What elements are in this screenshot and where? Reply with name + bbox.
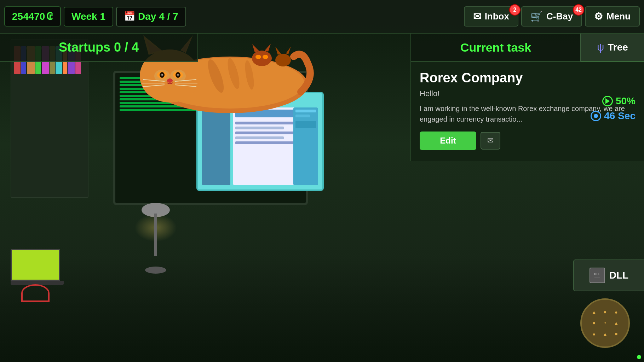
mail-button[interactable]: ✉ xyxy=(481,132,500,150)
svg-marker-26 xyxy=(252,44,259,52)
svg-point-14 xyxy=(161,74,163,76)
cart-icon: 🛒 xyxy=(530,11,543,22)
svg-marker-31 xyxy=(275,47,281,55)
button-circle-2: ● xyxy=(592,331,595,337)
gear-icon: ⚙ xyxy=(594,11,603,22)
currency-value: 254470 xyxy=(12,11,45,22)
day-label: Day 4 / 7 xyxy=(138,11,178,22)
inbox-button[interactable]: ✉ Inbox 2 xyxy=(464,6,518,27)
button-triangle-2: ▲ xyxy=(614,320,619,326)
inbox-label: Inbox xyxy=(485,11,509,22)
progress-stat: 50% xyxy=(602,95,636,107)
inbox-badge: 2 xyxy=(509,4,521,16)
svg-point-17 xyxy=(177,74,179,76)
gamepad: ▲ ■ ● ■ ✦ ▲ ● ▲ ■ xyxy=(580,298,630,348)
progress-icon xyxy=(602,96,613,106)
button-triangle-3: ▲ xyxy=(603,331,608,337)
tree-icon: ψ xyxy=(597,42,604,53)
calendar-icon: 📅 xyxy=(124,11,135,22)
day-display: 📅 Day 4 / 7 xyxy=(116,7,186,27)
dll-icon-text: DLL xyxy=(594,272,600,276)
progress-value: 50% xyxy=(616,95,636,107)
svg-marker-32 xyxy=(286,47,291,54)
tree-label: Tree xyxy=(608,42,628,53)
headphones xyxy=(21,284,50,302)
button-triangle: ▲ xyxy=(592,309,597,315)
button-center: ✦ xyxy=(604,321,606,325)
right-panel: Current task ψ Tree Rorex Company Hello!… xyxy=(410,34,644,161)
menu-label: Menu xyxy=(606,11,631,22)
week-display: Week 1 xyxy=(64,7,113,27)
mail-icon: ✉ xyxy=(487,136,494,145)
startups-panel: Startups 0 / 4 xyxy=(0,34,198,62)
desk-lamp xyxy=(142,203,170,274)
timer-icon xyxy=(591,111,601,121)
tree-header[interactable]: ψ Tree xyxy=(580,34,644,62)
task-stats: 50% 46 Sec xyxy=(591,95,636,122)
task-card: Rorex Company Hello! I am working in the… xyxy=(410,62,644,161)
task-tree-header: Current task ψ Tree xyxy=(410,34,644,62)
svg-point-28 xyxy=(255,55,261,59)
timer-stat: 46 Sec xyxy=(591,110,636,122)
bookshelf xyxy=(11,39,88,198)
menu-button[interactable]: ⚙ Menu xyxy=(585,6,640,27)
week-label: Week 1 xyxy=(71,11,105,22)
gamepad-buttons: ▲ ■ ● ■ ✦ ▲ ● ▲ ■ xyxy=(589,307,621,339)
svg-point-30 xyxy=(275,54,291,66)
currency-display: 254470 ₢ xyxy=(4,6,61,27)
task-actions: Edit ✉ xyxy=(420,132,636,150)
button-square: ■ xyxy=(604,310,606,315)
envelope-icon: ✉ xyxy=(473,11,481,22)
company-name: Rorex Company xyxy=(420,70,636,86)
button-square-2: ■ xyxy=(593,321,595,326)
button-square-3: ■ xyxy=(615,332,617,337)
cbay-label: C-Bay xyxy=(546,11,573,22)
svg-point-29 xyxy=(263,55,268,59)
startups-title: Startups 0 / 4 xyxy=(59,40,139,55)
dll-icon: DLL ▬▬ xyxy=(590,268,605,283)
current-task-header: Current task xyxy=(410,34,580,62)
depth-overlay xyxy=(0,256,644,362)
cbay-button[interactable]: 🛒 C-Bay 42 xyxy=(521,6,582,27)
svg-point-18 xyxy=(167,78,173,83)
edit-button[interactable]: Edit xyxy=(420,132,476,150)
status-dot xyxy=(637,355,641,359)
top-bar: 254470 ₢ Week 1 📅 Day 4 / 7 ✉ Inbox 2 🛒 … xyxy=(0,0,644,34)
currency-icon: ₢ xyxy=(46,11,53,22)
svg-point-25 xyxy=(252,51,272,66)
cbay-badge: 42 xyxy=(573,4,584,16)
timer-value: 46 Sec xyxy=(604,110,636,122)
button-circle: ● xyxy=(615,309,617,315)
dll-button[interactable]: DLL ▬▬ DLL xyxy=(573,259,644,291)
svg-marker-27 xyxy=(265,44,271,52)
dll-label: DLL xyxy=(609,270,628,281)
current-task-title: Current task xyxy=(460,41,531,54)
